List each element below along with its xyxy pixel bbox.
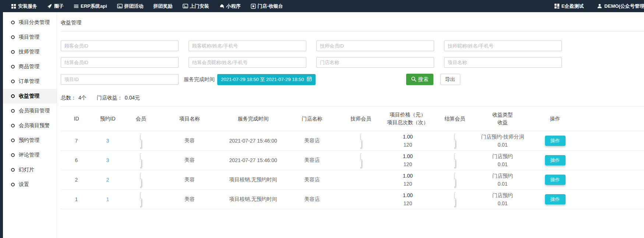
cell-service-time: 项目核销,无预约时间 [221, 170, 285, 190]
circle-icon [11, 153, 15, 157]
cloud-icon [219, 3, 225, 9]
sidebar-item-project-category-mgmt[interactable]: 项目分类管理 [3, 15, 57, 30]
cell-income: 0.01 [478, 141, 528, 149]
cell-income-type: 门店预约 [478, 152, 528, 160]
technician-id-input[interactable] [316, 41, 434, 51]
row-action-button[interactable]: 操作 [545, 194, 566, 204]
cell-count: 120 [384, 180, 432, 188]
sidebar-item-settings[interactable]: 设置 [3, 177, 57, 192]
search-button[interactable]: 搜索 [406, 74, 433, 85]
image-icon [117, 3, 123, 9]
topbar-tenant[interactable]: E企盈测试 [554, 3, 584, 10]
booking-id-link[interactable]: 1 [106, 196, 109, 202]
sidebar-item-member-project-warning[interactable]: 会员项目预警 [3, 118, 57, 133]
table-row: 2 2 美容 项目核销,无预约时间 美容店 1.00120 门店预约0.01 操… [61, 170, 644, 190]
sidebar-item-project-mgmt[interactable]: 项目管理 [3, 30, 57, 45]
sidebar-item-slideshow[interactable]: 幻灯片 [3, 162, 57, 177]
col-header-member: 会员 [123, 106, 158, 131]
store-name-input[interactable] [316, 57, 434, 68]
cell-service-time: 2021-07-27 15:46:00 [221, 151, 285, 170]
topbar-item-door-install[interactable]: 上门安装 [183, 3, 209, 10]
cell-id: 7 [61, 131, 92, 151]
col-header-project: 项目名称 [158, 106, 221, 131]
cell-service-time: 2021-07-27 15:46:00 [221, 131, 285, 151]
export-button[interactable]: 导出 [440, 74, 460, 85]
circle-icon [11, 183, 15, 186]
sidebar-item-goods-mgmt[interactable]: 商品管理 [3, 59, 57, 74]
top-nav-items: 安装服务 圈子 ERP系统api 拼团活动 拼团奖励 上门安装 [11, 3, 283, 10]
cell-price: 1.00 [384, 172, 432, 180]
col-header-technician: 技师会员 [339, 106, 383, 131]
cell-income-type: 门店预约-技师分润 [478, 133, 528, 141]
settle-member-name-input[interactable] [189, 57, 306, 68]
topbar-item-store-cashier[interactable]: 门店-收银台 [251, 3, 283, 10]
topbar-item-install-service[interactable]: 安装服务 [11, 3, 37, 10]
member-avatar [140, 173, 141, 187]
user-icon [597, 3, 602, 9]
grid-icon [11, 4, 16, 9]
cell-project: 美容 [158, 131, 221, 151]
sidebar-item-technician-mgmt[interactable]: 技师管理 [3, 45, 57, 59]
cell-income: 0.01 [478, 180, 528, 188]
project-name-input[interactable] [444, 57, 562, 68]
booking-id-link[interactable]: 3 [106, 157, 109, 163]
circle-icon [11, 124, 15, 127]
topbar-item-erp-api[interactable]: ERP系统api [74, 3, 107, 10]
topbar-item-circle[interactable]: 圈子 [47, 3, 64, 10]
image-icon [183, 3, 188, 9]
cell-income-type: 门店预约 [478, 172, 528, 180]
service-time-label: 服务完成时间 [184, 76, 215, 83]
cell-count: 120 [384, 199, 432, 207]
table-row: 1 1 美容 项目核销,无预约时间 美容店 1.00120 门店预约0.01 操… [61, 190, 644, 209]
sidebar-item-order-mgmt[interactable]: 订单管理 [3, 74, 57, 89]
sidebar-item-comment-mgmt[interactable]: 评论管理 [3, 148, 57, 162]
circle-icon [11, 168, 15, 172]
cell-store: 美容店 [285, 131, 339, 151]
customer-name-input[interactable] [189, 41, 306, 51]
cell-id: 2 [61, 170, 92, 190]
filter-panel: 服务完成时间 2021-07-29 18:50 至 2021-07-29 18:… [61, 41, 644, 85]
booking-id-link[interactable]: 3 [106, 138, 109, 144]
cell-price: 1.00 [384, 152, 432, 160]
cell-project: 美容 [158, 170, 221, 190]
settle-member-id-input[interactable] [61, 57, 179, 68]
member-avatar [140, 192, 141, 206]
table-row: 6 3 美容 2021-07-27 15:46:00 美容店 1.00120 门… [61, 151, 644, 170]
project-id-input[interactable] [61, 74, 179, 85]
content-area: 收益管理 服务完成时间 2021-07-29 18: [57, 12, 644, 238]
row-action-button[interactable]: 操作 [545, 155, 566, 165]
row-action-button[interactable]: 操作 [545, 175, 566, 185]
settle-member-avatar [454, 173, 455, 187]
store-income-label: 门店收益： [97, 95, 123, 101]
col-header-settle-member: 结算会员 [433, 106, 477, 131]
sidebar-item-income-mgmt[interactable]: 收益管理 [3, 89, 57, 104]
cell-project: 美容 [158, 151, 221, 170]
booking-id-link[interactable]: 2 [106, 177, 109, 183]
date-range-button[interactable]: 2021-07-29 18:50 至 2021-07-29 18:50 [217, 74, 316, 85]
customer-id-input[interactable] [61, 41, 179, 51]
technician-avatar [360, 134, 362, 148]
circle-icon [11, 80, 15, 83]
sidebar-item-booking-mgmt[interactable]: 预约管理 [3, 133, 57, 148]
cell-id: 6 [61, 151, 92, 170]
topbar-user[interactable]: DEMO(公众号管理员) [597, 3, 644, 10]
circle-icon [11, 50, 15, 54]
topbar-item-group-activity[interactable]: 拼团活动 [117, 3, 144, 10]
circle-icon [11, 94, 15, 98]
row-action-button[interactable]: 操作 [545, 136, 566, 146]
cell-project: 美容 [158, 190, 221, 209]
col-header-price: 项目价格（元） 项目总次数（次） [383, 106, 433, 131]
cell-price: 1.00 [384, 133, 432, 141]
sidebar-item-member-project-mgmt[interactable]: 会员项目管理 [3, 104, 57, 118]
app-window: 安装服务 圈子 ERP系统api 拼团活动 拼团奖励 上门安装 [0, 0, 644, 238]
circle-icon [11, 65, 15, 69]
store-income-value: 0.04元 [125, 95, 140, 101]
topbar-item-mini-program[interactable]: 小程序 [219, 3, 241, 10]
settle-member-avatar [454, 192, 455, 206]
cell-id: 1 [61, 190, 92, 209]
col-header-service-time: 服务完成时间 [221, 106, 285, 131]
member-avatar [140, 134, 141, 148]
technician-name-input[interactable] [444, 41, 562, 51]
topbar-item-group-reward[interactable]: 拼团奖励 [154, 3, 173, 10]
search-icon [411, 76, 416, 83]
